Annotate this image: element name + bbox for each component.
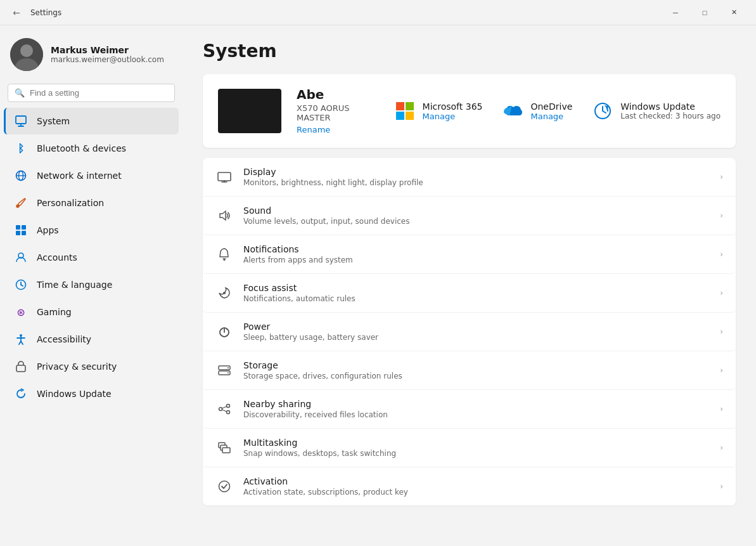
computer-model: X570 AORUS MASTER bbox=[297, 103, 380, 122]
activation-text: Activation Activation state, subscriptio… bbox=[243, 476, 710, 497]
sidebar-label-accounts: Accounts bbox=[37, 252, 77, 263]
multitasking-icon bbox=[215, 439, 233, 457]
nearby-title: Nearby sharing bbox=[243, 399, 710, 409]
activation-title: Activation bbox=[243, 476, 710, 486]
personalization-icon bbox=[14, 196, 28, 210]
svg-rect-24 bbox=[396, 102, 404, 110]
settings-row-multitasking[interactable]: Multitasking Snap windows, desktops, tas… bbox=[203, 429, 736, 467]
sidebar-label-system: System bbox=[37, 116, 70, 126]
sidebar-item-time[interactable]: Time & language bbox=[4, 271, 179, 298]
sidebar-label-gaming: Gaming bbox=[37, 307, 72, 317]
maximize-button[interactable]: □ bbox=[690, 3, 719, 23]
display-icon bbox=[215, 168, 233, 186]
sidebar-item-privacy[interactable]: Privacy & security bbox=[4, 353, 179, 380]
sound-chevron: › bbox=[720, 211, 723, 220]
gaming-icon: ⊛ bbox=[14, 305, 28, 319]
power-text: Power Sleep, battery usage, battery save… bbox=[243, 322, 710, 342]
rename-link[interactable]: Rename bbox=[297, 125, 330, 134]
winupdate-info: Windows Update Last checked: 3 hours ago bbox=[620, 101, 721, 120]
settings-row-notifications[interactable]: Notifications Alerts from apps and syste… bbox=[203, 235, 736, 274]
back-button[interactable]: ← bbox=[8, 4, 25, 22]
search-input[interactable] bbox=[30, 88, 168, 98]
sidebar-nav: System ᛒ Bluetooth & devices Network & i… bbox=[0, 107, 183, 408]
multitasking-title: Multitasking bbox=[243, 438, 710, 448]
nearby-desc: Discoverability, received files location bbox=[243, 410, 710, 419]
ms365-icon bbox=[395, 101, 415, 121]
power-title: Power bbox=[243, 322, 710, 332]
nearby-chevron: › bbox=[720, 405, 723, 413]
svg-rect-11 bbox=[22, 225, 26, 230]
sidebar-label-update: Windows Update bbox=[37, 389, 112, 399]
svg-rect-25 bbox=[406, 102, 414, 110]
onedrive-icon bbox=[503, 101, 523, 121]
sidebar-item-accessibility[interactable]: Accessibility bbox=[4, 326, 179, 353]
settings-row-sound[interactable]: Sound Volume levels, output, input, soun… bbox=[203, 197, 736, 235]
sidebar-item-apps[interactable]: Apps bbox=[4, 217, 179, 244]
focus-text: Focus assist Notifications, automatic ru… bbox=[243, 283, 710, 303]
svg-point-42 bbox=[227, 411, 230, 414]
storage-chevron: › bbox=[720, 366, 723, 375]
ms365-manage[interactable]: Manage bbox=[423, 112, 483, 121]
accessibility-icon bbox=[14, 332, 28, 346]
settings-row-focus[interactable]: Focus assist Notifications, automatic ru… bbox=[203, 274, 736, 313]
sidebar-item-accounts[interactable]: Accounts bbox=[4, 244, 179, 271]
search-box: 🔍 bbox=[8, 84, 175, 102]
nearby-icon bbox=[215, 400, 233, 418]
svg-point-39 bbox=[227, 372, 229, 374]
settings-row-power[interactable]: Power Sleep, battery usage, battery save… bbox=[203, 313, 736, 351]
sidebar-label-time: Time & language bbox=[37, 280, 112, 290]
computer-name: Abe bbox=[297, 87, 380, 102]
onedrive-info: OneDrive Manage bbox=[530, 101, 572, 121]
svg-line-44 bbox=[222, 410, 227, 412]
sidebar-label-network: Network & internet bbox=[37, 171, 122, 181]
app-body: Markus Weimer markus.weimer@outlook.com … bbox=[0, 25, 756, 546]
sidebar-label-privacy: Privacy & security bbox=[37, 361, 117, 372]
multitasking-text: Multitasking Snap windows, desktops, tas… bbox=[243, 438, 710, 458]
svg-point-48 bbox=[219, 481, 230, 492]
onedrive-manage[interactable]: Manage bbox=[530, 112, 572, 121]
activation-chevron: › bbox=[720, 482, 723, 491]
settings-row-storage[interactable]: Storage Storage space, drives, configura… bbox=[203, 351, 736, 390]
sidebar-item-personalization[interactable]: Personalization bbox=[4, 190, 179, 216]
sidebar-item-update[interactable]: Windows Update bbox=[4, 380, 179, 407]
user-email: markus.weimer@outlook.com bbox=[51, 55, 164, 64]
display-title: Display bbox=[243, 167, 710, 177]
sidebar-item-gaming[interactable]: ⊛ Gaming bbox=[4, 299, 179, 325]
settings-row-activation[interactable]: Activation Activation state, subscriptio… bbox=[203, 467, 736, 505]
storage-icon bbox=[215, 361, 233, 379]
settings-row-nearby[interactable]: Nearby sharing Discoverability, received… bbox=[203, 390, 736, 429]
settings-group: Display Monitors, brightness, night ligh… bbox=[203, 158, 736, 505]
notifications-text: Notifications Alerts from apps and syste… bbox=[243, 244, 710, 264]
service-onedrive: OneDrive Manage bbox=[503, 101, 572, 121]
sound-desc: Volume levels, output, input, sound devi… bbox=[243, 217, 710, 226]
ms365-name: Microsoft 365 bbox=[423, 101, 483, 112]
main-content: System Abe X570 AORUS MASTER Rename bbox=[183, 25, 756, 546]
settings-row-display[interactable]: Display Monitors, brightness, night ligh… bbox=[203, 158, 736, 197]
sidebar-item-system[interactable]: System bbox=[4, 108, 179, 134]
svg-rect-10 bbox=[16, 225, 20, 230]
accounts-icon bbox=[14, 250, 28, 264]
close-button[interactable]: ✕ bbox=[719, 3, 748, 23]
multitasking-chevron: › bbox=[720, 443, 723, 452]
svg-rect-47 bbox=[222, 448, 230, 453]
multitasking-desc: Snap windows, desktops, task switching bbox=[243, 449, 710, 458]
update-icon bbox=[14, 387, 28, 401]
notifications-title: Notifications bbox=[243, 244, 710, 254]
notifications-desc: Alerts from apps and system bbox=[243, 256, 710, 264]
sidebar: Markus Weimer markus.weimer@outlook.com … bbox=[0, 25, 183, 546]
sidebar-item-bluetooth[interactable]: ᛒ Bluetooth & devices bbox=[4, 135, 179, 162]
activation-icon bbox=[215, 478, 233, 495]
storage-text: Storage Storage space, drives, configura… bbox=[243, 360, 710, 380]
minimize-button[interactable]: ─ bbox=[661, 3, 690, 23]
service-ms365: Microsoft 365 Manage bbox=[395, 101, 483, 121]
svg-rect-23 bbox=[16, 365, 25, 372]
power-chevron: › bbox=[720, 327, 723, 336]
focus-icon bbox=[215, 284, 233, 302]
window-title: Settings bbox=[30, 8, 661, 17]
sidebar-label-personalization: Personalization bbox=[37, 198, 104, 208]
computer-info: Abe X570 AORUS MASTER Rename bbox=[297, 87, 380, 135]
user-profile[interactable]: Markus Weimer markus.weimer@outlook.com bbox=[0, 30, 183, 81]
display-chevron: › bbox=[720, 172, 723, 181]
sidebar-item-network[interactable]: Network & internet bbox=[4, 162, 179, 189]
svg-line-43 bbox=[222, 406, 227, 408]
